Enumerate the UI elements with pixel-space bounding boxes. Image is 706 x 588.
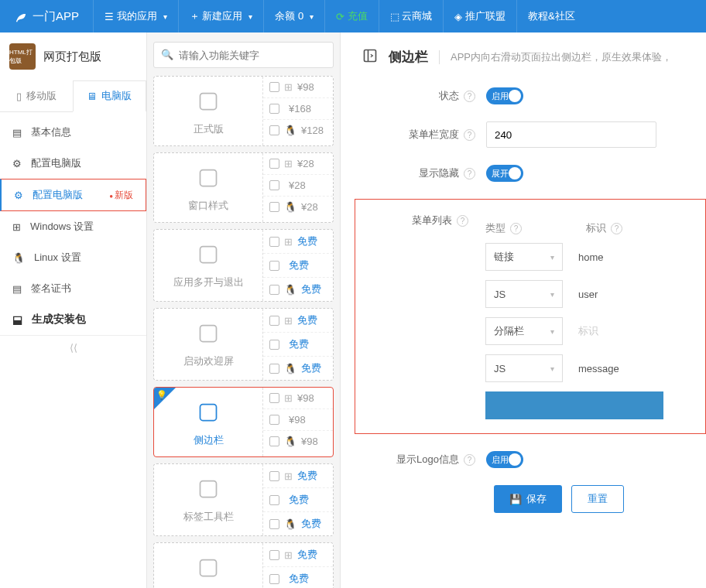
nav-alliance[interactable]: ◈ 推广联盟 (444, 0, 516, 32)
card-label: 正式版 (154, 122, 262, 136)
feature-card[interactable]: 标签工具栏⊞免费免费🐧免费 (153, 463, 334, 536)
card-label: 标签工具栏 (154, 510, 262, 524)
checkbox[interactable] (269, 261, 279, 271)
side-menu: ▤基本信息 ⚙配置电脑版 ⚙配置电脑版新版 ⊞Windows 设置 🐧Linux… (0, 112, 146, 335)
price-row: ⊞免费 (263, 464, 333, 488)
card-icon (154, 91, 262, 115)
sliders-icon: ⚙ (14, 190, 23, 201)
id-cell[interactable]: user (578, 280, 598, 308)
menu-build[interactable]: ⬓生成安装包 (0, 304, 146, 335)
checkbox[interactable] (269, 82, 279, 92)
logo-toggle[interactable]: 启用 (486, 451, 523, 468)
checkbox[interactable] (269, 180, 279, 190)
price-row: 免费 (263, 567, 333, 588)
menu-config-new[interactable]: ⚙配置电脑版新版 (0, 179, 146, 211)
help-icon[interactable]: ? (457, 215, 468, 227)
add-row-button[interactable] (485, 391, 663, 419)
app-name: 网页打包版 (43, 50, 101, 64)
os-icon: 🐧 (284, 363, 296, 374)
svg-rect-3 (200, 326, 217, 342)
feature-card[interactable]: 应用多开与退出⊞免费免费🐧免费 (153, 229, 334, 302)
price-text: 免费 (297, 234, 317, 248)
nav-tutorial[interactable]: 教程&社区 (517, 0, 586, 32)
checkbox[interactable] (269, 285, 279, 295)
checkbox[interactable] (269, 519, 279, 529)
type-select[interactable]: JS▾ (485, 280, 563, 308)
checkbox[interactable] (269, 316, 279, 326)
tab-mobile[interactable]: ▯移动版 (0, 80, 73, 111)
svg-rect-4 (200, 405, 217, 421)
top-nav: 一门APP ☰ 我的应用▾ ＋ 新建应用▾ 余额 0▾ ⟳ 充值 ⬚ 云商城 ◈… (0, 0, 706, 32)
tab-desktop[interactable]: 🖥电脑版 (73, 80, 147, 112)
show-toggle[interactable]: 展开 (486, 165, 523, 182)
nav-myapps[interactable]: ☰ 我的应用▾ (94, 0, 178, 32)
help-icon[interactable]: ? (464, 168, 475, 179)
checkbox[interactable] (269, 415, 279, 425)
collapse-button[interactable]: ⟨⟨ (0, 335, 146, 360)
checkbox[interactable] (269, 159, 279, 169)
linux-icon: 🐧 (12, 252, 25, 264)
device-tabs: ▯移动版 🖥电脑版 (0, 80, 146, 112)
checkbox[interactable] (269, 364, 279, 374)
checkbox[interactable] (269, 393, 279, 403)
feature-card[interactable]: 窗口样式⊞¥28¥28🐧¥28 (153, 152, 334, 223)
width-input[interactable] (486, 121, 656, 148)
save-button[interactable]: 💾保存 (494, 485, 562, 513)
menu-config[interactable]: ⚙配置电脑版 (0, 148, 146, 179)
price-row: ⊞免费 (263, 309, 333, 333)
checkbox[interactable] (269, 471, 279, 481)
chevron-down-icon: ▾ (550, 253, 554, 262)
help-icon[interactable]: ? (611, 223, 622, 234)
reset-button[interactable]: 重置 (571, 485, 624, 513)
search-icon: 🔍 (161, 49, 173, 60)
help-icon[interactable]: ? (464, 454, 475, 466)
checkbox[interactable] (269, 436, 279, 446)
table-row: 分隔栏▾标识 (485, 317, 663, 345)
type-select[interactable]: 分隔栏▾ (485, 317, 563, 345)
help-icon[interactable]: ? (464, 91, 475, 102)
brand-logo[interactable]: 一门APP (0, 9, 93, 24)
nav-balance[interactable]: 余额 0▾ (264, 0, 324, 32)
menu-windows[interactable]: ⊞Windows 设置 (0, 211, 146, 242)
checkbox[interactable] (269, 237, 279, 247)
panel-header: 侧边栏 APP内向右滑动页面拉出侧边栏，原生效果体验， (362, 48, 706, 66)
type-select[interactable]: 链接▾ (485, 243, 563, 271)
feature-card[interactable]: 启动欢迎屏⊞免费免费🐧免费 (153, 308, 334, 381)
menu-table: 类型? 标识? 链接▾homeJS▾user分隔栏▾标识JS▾message (485, 214, 663, 419)
help-icon[interactable]: ? (464, 129, 475, 141)
type-select[interactable]: JS▾ (485, 354, 563, 382)
price-row: ¥98 (263, 409, 333, 431)
menu-linux[interactable]: 🐧Linux 设置 (0, 242, 146, 273)
checkbox[interactable] (269, 202, 279, 212)
menu-basic[interactable]: ▤基本信息 (0, 117, 146, 148)
os-icon: ⊞ (284, 158, 293, 169)
feature-column: 🔍 正式版⊞¥98¥168🐧¥128窗口样式⊞¥28¥28🐧¥28应用多开与退出… (147, 32, 341, 588)
th-type: 类型? (485, 221, 586, 235)
checkbox[interactable] (269, 495, 279, 505)
checkbox[interactable] (269, 104, 279, 114)
checkbox[interactable] (269, 340, 279, 350)
feature-card[interactable]: 正式版⊞¥98¥168🐧¥128 (153, 76, 334, 146)
status-toggle[interactable]: 启用 (486, 87, 523, 104)
price-text: ¥128 (301, 125, 324, 136)
price-text: ¥98 (289, 414, 306, 426)
menu-cert[interactable]: ▤签名证书 (0, 273, 146, 304)
card-label: 启动欢迎屏 (154, 354, 262, 368)
svg-rect-5 (200, 481, 217, 497)
price-text: ¥98 (301, 436, 318, 447)
id-cell[interactable]: 标识 (578, 317, 598, 345)
checkbox[interactable] (269, 574, 279, 584)
nav-mall[interactable]: ⬚ 云商城 (379, 0, 444, 32)
checkbox[interactable] (269, 125, 279, 135)
feature-card[interactable]: 右键菜单⊞免费免费🐧免费 (153, 542, 334, 588)
help-icon[interactable]: ? (510, 223, 522, 234)
nav-recharge[interactable]: ⟳ 充值 (325, 0, 379, 32)
id-cell[interactable]: home (578, 243, 604, 271)
price-text: ¥98 (297, 81, 314, 93)
nav-newapp[interactable]: ＋ 新建应用▾ (179, 0, 264, 32)
checkbox[interactable] (269, 550, 279, 560)
feature-card[interactable]: 💡侧边栏⊞¥98¥98🐧¥98 (153, 387, 334, 457)
table-row: 链接▾home (485, 243, 663, 271)
id-cell[interactable]: message (578, 354, 619, 382)
search-input[interactable] (153, 42, 334, 68)
